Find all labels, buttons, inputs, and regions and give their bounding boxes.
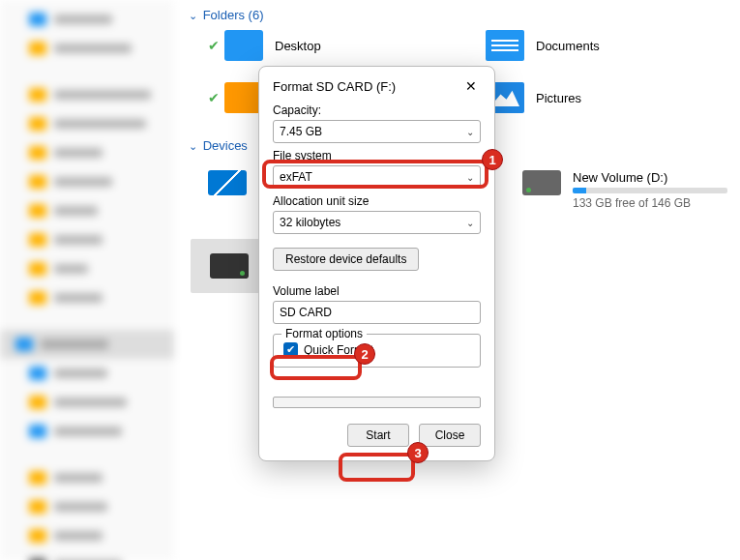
folders-section-header[interactable]: ⌄ Folders (6) <box>189 0 740 30</box>
capacity-label: Capacity: <box>273 103 481 117</box>
sd-drive-icon <box>210 253 249 279</box>
close-button[interactable]: Close <box>419 424 481 447</box>
folder-desktop[interactable]: Desktop <box>224 30 437 61</box>
format-options-legend: Format options <box>281 327 367 340</box>
folder-label: Documents <box>536 39 600 53</box>
folder-label: Pictures <box>536 91 581 105</box>
format-dialog: Format SD CARD (F:) ✕ Capacity: 7.45 GB … <box>258 66 495 461</box>
volume-label-input[interactable]: SD CARD <box>273 301 481 324</box>
close-icon[interactable]: ✕ <box>461 76 481 96</box>
volume-label-label: Volume label <box>273 284 481 298</box>
chevron-down-icon: ⌄ <box>189 140 197 152</box>
capacity-value: 7.45 GB <box>280 125 322 138</box>
sync-check-icon: ✔ <box>208 90 220 105</box>
windows-drive-icon <box>208 170 247 195</box>
annotation-badge-1: 1 <box>482 149 503 170</box>
folders-header-label: Folders (6) <box>203 8 264 22</box>
allocation-label: Allocation unit size <box>273 194 481 208</box>
drive-freespace: 133 GB free of 146 GB <box>573 196 727 210</box>
folder-icon <box>224 82 263 113</box>
restore-defaults-button[interactable]: Restore device defaults <box>273 248 419 271</box>
chevron-down-icon: ⌄ <box>466 172 474 183</box>
volume-label-value: SD CARD <box>280 306 332 319</box>
folder-documents[interactable]: Documents <box>486 30 698 61</box>
format-options-group: Format options ✔ Quick Format <box>273 334 481 368</box>
chevron-down-icon: ⌄ <box>466 218 474 228</box>
filesystem-label: File system <box>273 149 481 162</box>
drive-usage-bar <box>573 188 727 193</box>
folder-pictures[interactable]: Pictures <box>486 82 698 113</box>
sync-check-icon: ✔ <box>208 38 220 53</box>
navigation-sidebar <box>0 0 174 560</box>
capacity-select[interactable]: 7.45 GB ⌄ <box>273 120 481 143</box>
quick-format-checkbox[interactable]: ✔ <box>283 342 298 357</box>
dialog-title: Format SD CARD (F:) <box>273 79 396 94</box>
allocation-select[interactable]: 32 kilobytes ⌄ <box>273 211 481 234</box>
drive-windows[interactable] <box>208 170 252 210</box>
format-progress-bar <box>273 397 481 408</box>
hdd-icon <box>522 170 561 195</box>
filesystem-select[interactable]: exFAT ⌄ <box>273 165 481 189</box>
folder-label: Desktop <box>275 39 321 53</box>
chevron-down-icon: ⌄ <box>189 10 197 21</box>
drive-new-volume[interactable]: New Volume (D:) 133 GB free of 146 GB <box>522 170 740 210</box>
documents-icon <box>486 30 524 61</box>
chevron-down-icon: ⌄ <box>466 127 474 137</box>
start-button[interactable]: Start <box>347 424 409 447</box>
annotation-badge-3: 3 <box>407 442 429 463</box>
folder-icon <box>224 30 263 61</box>
filesystem-value: exFAT <box>280 170 312 184</box>
drive-name: New Volume (D:) <box>573 170 727 185</box>
annotation-badge-2: 2 <box>354 343 375 365</box>
devices-header-label: Devices <box>203 138 248 153</box>
allocation-value: 32 kilobytes <box>280 216 340 229</box>
